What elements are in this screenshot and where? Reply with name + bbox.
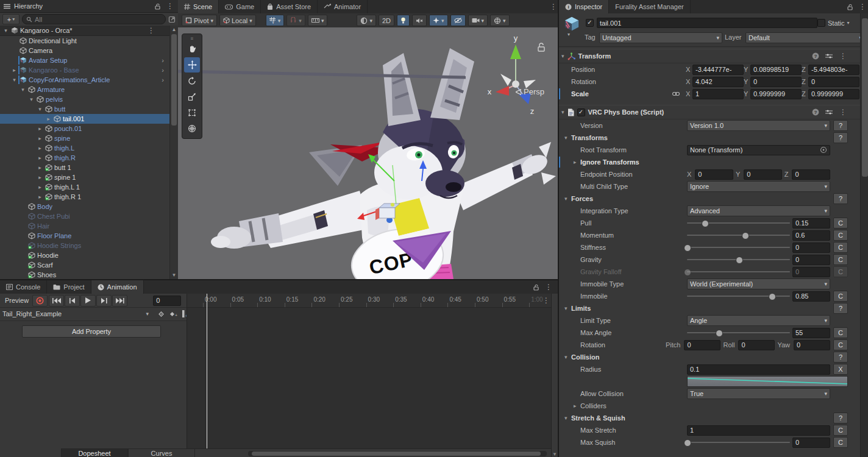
timeline-hscrollbar[interactable] — [248, 451, 547, 456]
hierarchy-item-copyforanimations-article[interactable]: ▾ CopyForAnimations_Article › — [0, 75, 170, 85]
curve-toggle-button[interactable]: C — [833, 242, 848, 253]
help-icon[interactable]: ? — [812, 52, 819, 60]
slider-knob[interactable] — [742, 232, 749, 239]
search-window-icon[interactable] — [168, 16, 176, 23]
curve-toggle-button[interactable]: C — [833, 254, 848, 265]
hierarchy-item-kangaroo-orca-[interactable]: ▾ Kangaroo - Orca* ⋮ — [0, 26, 170, 36]
audio-toggle-button[interactable] — [412, 15, 427, 26]
hierarchy-item-spine[interactable]: ▸ spine — [0, 133, 170, 143]
foldout-arrow[interactable]: ▸ — [45, 116, 52, 122]
gravity-slider[interactable] — [687, 259, 790, 260]
foldout-arrow[interactable]: ▾ — [2, 27, 9, 34]
max-angle-slider[interactable] — [687, 332, 790, 333]
section-foldout[interactable]: ▾ — [564, 354, 567, 360]
presets-icon[interactable] — [825, 53, 833, 59]
transform-y-field[interactable]: 0 — [750, 77, 802, 87]
limit-type-dropdown[interactable]: Angle▾ — [687, 315, 830, 326]
foldout-arrow[interactable]: ▸ — [11, 67, 18, 73]
slider-knob[interactable] — [684, 439, 691, 447]
rotation-field-roll[interactable]: 0 — [738, 340, 775, 350]
prefab-open-chevron[interactable]: › — [162, 57, 164, 64]
foldout-arrow[interactable]: ▸ — [574, 403, 577, 409]
overlay-grip[interactable]: ≡ — [182, 36, 202, 41]
slider-knob[interactable] — [684, 244, 691, 252]
hierarchy-item-camera[interactable]: Camera — [0, 46, 170, 55]
grid-snap-button[interactable]: Y ▾ — [266, 15, 285, 26]
hierarchy-item-tail-001[interactable]: ▸ tail.001 — [0, 114, 170, 124]
foldout-arrow[interactable]: ▾ — [28, 96, 35, 102]
transform-x-field[interactable]: 1 — [692, 89, 744, 99]
hierarchy-item-directional-light[interactable]: Directional Light — [0, 36, 170, 46]
inspector-menu-icon[interactable]: ⋮ — [858, 2, 867, 11]
local-toggle-button[interactable]: Local▾ — [219, 15, 256, 26]
help-button[interactable]: ? — [833, 120, 848, 131]
dopesheet-button[interactable]: Dopesheet — [61, 448, 128, 457]
curves-button[interactable]: Curves — [128, 448, 195, 457]
slider-knob[interactable] — [769, 293, 776, 300]
foldout-arrow[interactable]: ▸ — [37, 145, 43, 151]
transform-z-field[interactable]: 0.9999999 — [808, 89, 859, 99]
section-foldout[interactable]: ▾ — [564, 415, 567, 421]
slider-value-field[interactable]: 0 — [792, 243, 830, 253]
transform-x-field[interactable]: 4.042 — [692, 77, 744, 87]
prefab-open-chevron[interactable]: › — [162, 66, 164, 74]
foldout-arrow[interactable]: ▾ — [37, 106, 43, 112]
foldout-arrow[interactable]: ▸ — [37, 165, 43, 171]
vector-field-x[interactable]: 0 — [695, 169, 733, 180]
help-icon[interactable]: ? — [812, 108, 819, 116]
scene-viewport[interactable]: COPY — [178, 27, 558, 279]
hierarchy-item-armature[interactable]: ▾ Armature — [0, 85, 170, 94]
physbone-menu-icon[interactable]: ⋮ — [839, 108, 847, 116]
inspector-lock-icon[interactable] — [847, 4, 853, 10]
next-key-button[interactable] — [96, 295, 112, 306]
transform-x-field[interactable]: -3.444777e- — [692, 65, 744, 75]
physbone-foldout[interactable]: ▾ — [561, 109, 564, 115]
curve-toggle-button[interactable]: C — [833, 425, 848, 436]
active-checkbox[interactable]: ✓ — [586, 19, 594, 27]
scene-orientation-gizmo[interactable]: y x z — [482, 31, 549, 122]
frame-field[interactable]: 0 — [153, 296, 181, 306]
scroll-down-icon[interactable]: ▼ — [170, 272, 178, 278]
hierarchy-item-spine-1[interactable]: ▸ spine 1 — [0, 172, 170, 182]
tab-asset-store[interactable]: Asset Store — [261, 0, 318, 13]
record-button[interactable] — [32, 295, 48, 306]
physbone-header[interactable]: ▾ ✓ VRC Phys Bone (Script) ? ⋮ — [559, 105, 861, 119]
section-foldout[interactable]: ▾ — [564, 196, 567, 202]
transform-tool-button[interactable] — [184, 121, 200, 136]
snap-settings-button[interactable]: ▾ — [286, 15, 305, 26]
hierarchy-item-kangaroo-base[interactable]: ▸ Kangaroo - Base › — [0, 65, 170, 75]
timeline-hscrollbar-thumb[interactable] — [252, 452, 541, 456]
slider-value-field[interactable]: 0.6 — [792, 230, 830, 241]
perspective-label[interactable]: Persp — [516, 87, 544, 96]
rotate-tool-button[interactable] — [184, 73, 200, 88]
effects-toggle-button[interactable]: ▾ — [429, 15, 448, 26]
allow-collision-dropdown[interactable]: True▾ — [687, 388, 830, 399]
scene-kebab-icon[interactable]: ⋮ — [147, 26, 155, 35]
transform-z-field[interactable]: -5.494803e- — [808, 65, 859, 75]
slider-knob[interactable] — [716, 330, 723, 337]
add-event-icon[interactable]: + — [169, 310, 177, 318]
slider-knob[interactable] — [684, 269, 691, 276]
clear-curve-button[interactable]: X — [833, 364, 848, 375]
pull-slider[interactable] — [687, 222, 790, 224]
scene-visibility-button[interactable] — [450, 15, 466, 26]
hierarchy-item-butt-1[interactable]: ▸ butt 1 — [0, 163, 170, 172]
gameobject-name-field[interactable]: tail.001 — [597, 18, 817, 28]
static-control[interactable]: Static ▾ — [817, 19, 850, 27]
foldout-arrow[interactable]: ▸ — [37, 194, 43, 200]
tab-inspector[interactable]: i Inspector — [559, 0, 609, 13]
pivot-toggle-button[interactable]: Pivot▾ — [182, 15, 217, 26]
add-property-button[interactable]: Add Property — [22, 325, 161, 338]
hand-tool-button[interactable] — [184, 41, 200, 57]
animation-lock-icon[interactable] — [533, 284, 539, 291]
play-button[interactable] — [80, 295, 96, 306]
tab-furality-asset-manager[interactable]: Furality Asset Manager — [609, 0, 691, 13]
stiffness-slider[interactable] — [687, 247, 790, 248]
transform-foldout[interactable]: ▾ — [561, 53, 564, 59]
transform-y-field[interactable]: 0.08998519 — [750, 65, 802, 75]
lock-icon[interactable] — [154, 3, 161, 10]
foldout-arrow[interactable]: ▾ — [11, 77, 18, 83]
rect-tool-button[interactable] — [184, 105, 200, 120]
foldout-arrow[interactable]: ▸ — [37, 174, 43, 180]
goto-end-button[interactable] — [112, 295, 127, 306]
